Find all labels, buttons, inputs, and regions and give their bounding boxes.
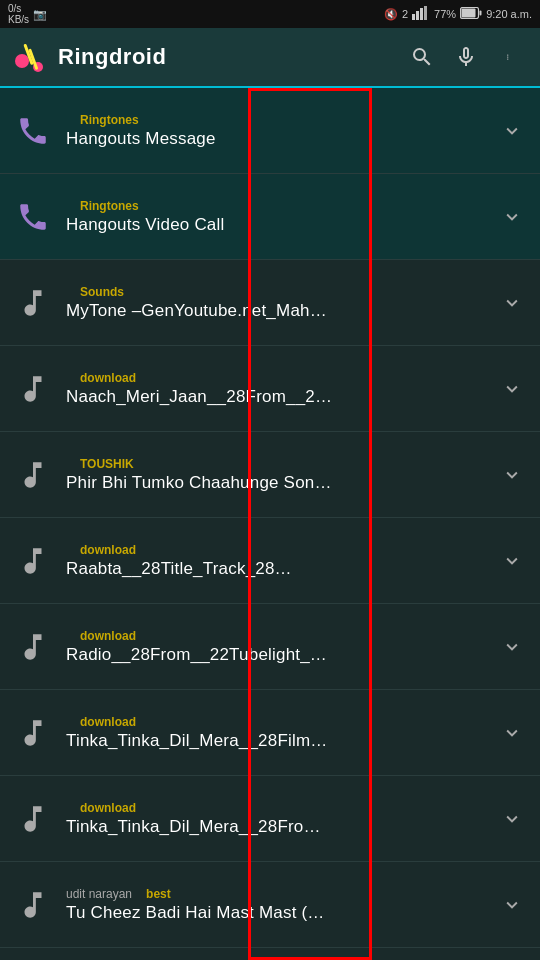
music-icon xyxy=(14,542,52,580)
app-logo xyxy=(12,39,48,75)
song-item[interactable]: Ringtones Hangouts Video Call xyxy=(0,174,540,260)
song-meta: download xyxy=(66,543,488,557)
song-title: Tinka_Tinka_Dil_Mera__28Film… xyxy=(66,731,488,751)
sim-icon: 2 xyxy=(402,8,408,20)
song-title: Hangouts Video Call xyxy=(66,215,488,235)
music-icon xyxy=(14,284,52,322)
song-title: Naach_Meri_Jaan__28From__2… xyxy=(66,387,488,407)
time: 9:20 a.m. xyxy=(486,8,532,20)
song-info: TOUSHIK Phir Bhi Tumko Chaahunge Son… xyxy=(66,457,488,493)
svg-point-12 xyxy=(507,56,508,57)
expand-button[interactable] xyxy=(494,887,530,923)
song-list: Ringtones Hangouts Message Ringtones Han… xyxy=(0,88,540,960)
song-meta: Ringtones xyxy=(66,113,488,127)
status-bar: 0/sKB/s 📷 🔇 2 77% 9:20 a.m. xyxy=(0,0,540,28)
expand-button[interactable] xyxy=(494,801,530,837)
music-icon xyxy=(14,886,52,924)
song-title: Tinka_Tinka_Dil_Mera__28Fro… xyxy=(66,817,488,837)
song-info: download Tinka_Tinka_Dil_Mera__28Film… xyxy=(66,715,488,751)
music-icon xyxy=(14,370,52,408)
song-category: download xyxy=(80,543,136,557)
expand-button[interactable] xyxy=(494,113,530,149)
app-title: Ringdroid xyxy=(58,44,396,70)
song-category: Ringtones xyxy=(80,113,139,127)
song-meta: TOUSHIK xyxy=(66,457,488,471)
song-meta: udit narayan best xyxy=(66,887,488,901)
expand-button[interactable] xyxy=(494,371,530,407)
song-category: download xyxy=(80,629,136,643)
svg-rect-5 xyxy=(480,11,482,16)
song-info: Ringtones Hangouts Message xyxy=(66,113,488,149)
song-meta: Sounds xyxy=(66,285,488,299)
song-info: udit narayan best Tu Cheez Badi Hai Mast… xyxy=(66,887,488,923)
song-category: TOUSHIK xyxy=(80,457,134,471)
song-item[interactable]: download Raabta__28Title_Track_28… xyxy=(0,518,540,604)
song-item[interactable]: download Tinka_Tinka_Dil_Mera__28Fro… xyxy=(0,776,540,862)
music-icon xyxy=(14,714,52,752)
song-category: download xyxy=(80,801,136,815)
song-item[interactable]: download Naach_Meri_Jaan__28From__2… xyxy=(0,346,540,432)
battery-icon xyxy=(460,7,482,21)
song-title: Tu Cheez Badi Hai Mast Mast (… xyxy=(66,903,488,923)
svg-rect-6 xyxy=(462,9,476,18)
song-artist: udit narayan xyxy=(66,887,132,901)
song-info: Ringtones Hangouts Video Call xyxy=(66,199,488,235)
song-meta: download xyxy=(66,629,488,643)
song-info: download Radio__28From__22Tubelight_… xyxy=(66,629,488,665)
music-icon xyxy=(14,628,52,666)
music-icon xyxy=(14,456,52,494)
song-info: download Tinka_Tinka_Dil_Mera__28Fro… xyxy=(66,801,488,837)
song-item[interactable]: udit narayan best Tu Cheez Badi Hai Mast… xyxy=(0,862,540,948)
expand-button[interactable] xyxy=(494,285,530,321)
song-meta: download xyxy=(66,801,488,815)
song-item[interactable]: Sounds MyTone –GenYoutube.net_Mah… xyxy=(0,260,540,346)
song-item[interactable]: Ringtones Hangouts Message xyxy=(0,88,540,174)
song-item[interactable]: TOUSHIK Phir Bhi Tumko Chaahunge Son… xyxy=(0,432,540,518)
svg-rect-0 xyxy=(412,14,415,20)
expand-button[interactable] xyxy=(494,199,530,235)
phone-icon xyxy=(14,112,52,150)
music-icon xyxy=(14,800,52,838)
song-meta: download xyxy=(66,715,488,729)
song-category: Ringtones xyxy=(80,199,139,213)
expand-button[interactable] xyxy=(494,457,530,493)
search-icon[interactable] xyxy=(404,39,440,75)
svg-point-13 xyxy=(507,58,508,59)
app-bar: Ringdroid xyxy=(0,28,540,88)
song-category: download xyxy=(80,371,136,385)
song-meta: download xyxy=(66,371,488,385)
signal-icon xyxy=(412,6,430,22)
song-category: Sounds xyxy=(80,285,124,299)
battery-percent: 77% xyxy=(434,8,456,20)
mic-icon[interactable] xyxy=(448,39,484,75)
song-meta: Ringtones xyxy=(66,199,488,213)
phone-icon xyxy=(14,198,52,236)
svg-rect-3 xyxy=(424,6,427,20)
svg-rect-1 xyxy=(416,11,419,20)
song-info: Sounds MyTone –GenYoutube.net_Mah… xyxy=(66,285,488,321)
svg-rect-2 xyxy=(420,8,423,20)
song-info: download Naach_Meri_Jaan__28From__2… xyxy=(66,371,488,407)
more-options-icon[interactable] xyxy=(492,39,528,75)
mute-icon: 🔇 xyxy=(384,8,398,21)
song-info: download Raabta__28Title_Track_28… xyxy=(66,543,488,579)
expand-button[interactable] xyxy=(494,543,530,579)
song-title: Hangouts Message xyxy=(66,129,488,149)
network-speed: 0/sKB/s xyxy=(8,3,29,25)
song-title: Raabta__28Title_Track_28… xyxy=(66,559,488,579)
expand-button[interactable] xyxy=(494,629,530,665)
song-title: MyTone –GenYoutube.net_Mah… xyxy=(66,301,488,321)
screenshot-icon: 📷 xyxy=(33,8,47,21)
song-item[interactable]: download Radio__28From__22Tubelight_… xyxy=(0,604,540,690)
song-item[interactable]: download Tinka_Tinka_Dil_Mera__28Film… xyxy=(0,690,540,776)
song-title: Radio__28From__22Tubelight_… xyxy=(66,645,488,665)
song-title: Phir Bhi Tumko Chaahunge Son… xyxy=(66,473,488,493)
svg-point-7 xyxy=(15,54,29,68)
song-category: best xyxy=(146,887,171,901)
expand-button[interactable] xyxy=(494,715,530,751)
song-category: download xyxy=(80,715,136,729)
svg-point-11 xyxy=(507,54,508,55)
